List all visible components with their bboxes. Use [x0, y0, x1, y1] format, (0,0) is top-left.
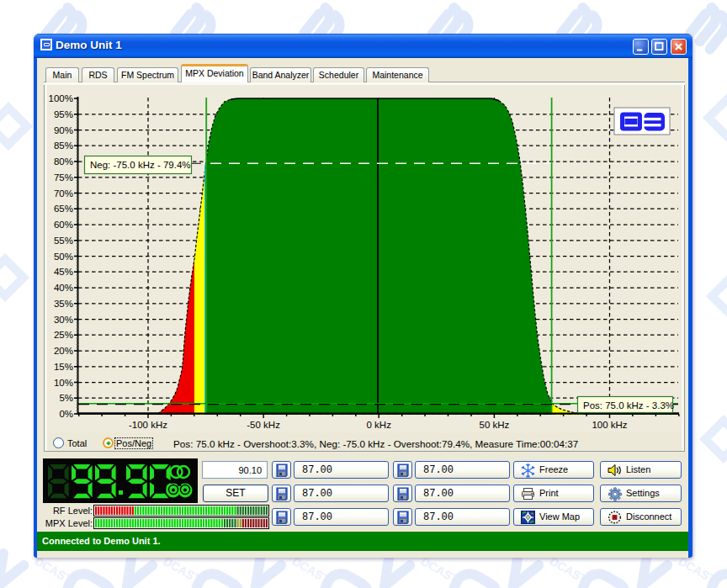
svg-text:90%: 90% — [54, 125, 73, 135]
svg-text:75%: 75% — [54, 172, 73, 183]
svg-text:65%: 65% — [54, 204, 73, 214]
svg-text:20%: 20% — [54, 346, 73, 356]
svg-text:30%: 30% — [54, 315, 73, 325]
svg-text:0%: 0% — [59, 409, 73, 419]
svg-text:0 kHz: 0 kHz — [366, 420, 391, 430]
svg-text:50 kHz: 50 kHz — [480, 420, 510, 430]
svg-text:25%: 25% — [54, 330, 73, 340]
svg-text:5%: 5% — [59, 393, 73, 403]
svg-text:55%: 55% — [54, 236, 73, 246]
svg-text:10%: 10% — [54, 378, 73, 388]
svg-text:70%: 70% — [54, 188, 73, 199]
svg-text:95%: 95% — [54, 109, 73, 119]
svg-text:40%: 40% — [54, 283, 73, 293]
svg-text:80%: 80% — [54, 156, 73, 167]
svg-text:50%: 50% — [54, 252, 73, 262]
svg-text:100%: 100% — [49, 93, 73, 103]
svg-text:Pos: 75.0 kHz - 3.3%: Pos: 75.0 kHz - 3.3% — [583, 400, 674, 411]
svg-text:Neg: -75.0 kHz - 79.4%: Neg: -75.0 kHz - 79.4% — [90, 160, 191, 170]
svg-text:100 kHz: 100 kHz — [592, 420, 627, 430]
svg-text:60%: 60% — [54, 220, 73, 230]
svg-text:85%: 85% — [54, 140, 73, 151]
svg-text:35%: 35% — [54, 299, 73, 309]
svg-text:45%: 45% — [54, 267, 73, 277]
svg-text:15%: 15% — [54, 362, 73, 372]
svg-text:-100 kHz: -100 kHz — [129, 420, 167, 430]
svg-text:-50 kHz: -50 kHz — [247, 420, 280, 430]
